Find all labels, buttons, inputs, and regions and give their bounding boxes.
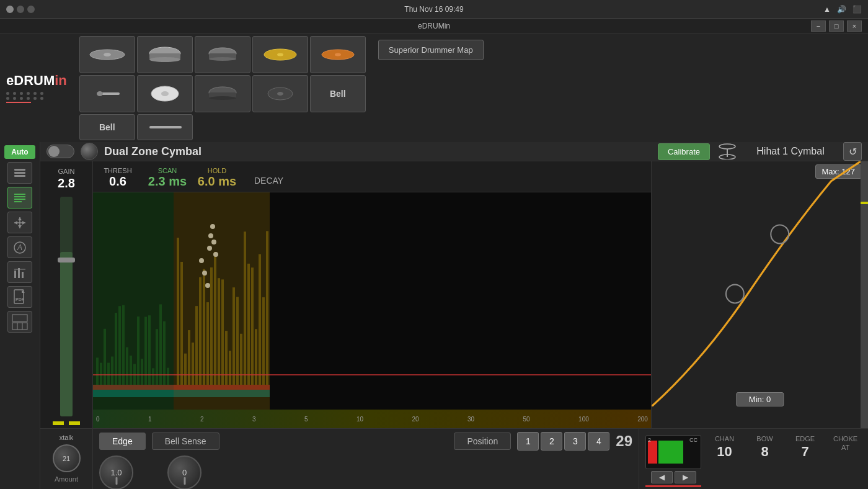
sidebar-eq-icon[interactable] <box>7 261 32 283</box>
tab-1[interactable]: 1 <box>517 432 539 451</box>
curve-min-label: Min: 0 <box>736 392 784 406</box>
min-traffic-light[interactable] <box>17 6 24 13</box>
center-panel: Dual Zone Cymbal Calibrate Hihat 1 Cymba… <box>40 142 868 489</box>
xtalk-knob[interactable]: 21 <box>53 444 81 472</box>
system-time: Thu Nov 16 09:49 <box>404 5 463 14</box>
logo-text: eDRUMin <box>6 73 67 89</box>
timeline-100: 100 <box>578 416 589 423</box>
superior-drummer-button[interactable]: Superior Drummer Map <box>378 40 484 60</box>
tab-3[interactable]: 3 <box>564 432 586 451</box>
instrument-pad-white[interactable] <box>137 75 193 112</box>
sidebar-move-icon[interactable] <box>7 212 32 233</box>
bell-sense-knob[interactable]: 0 <box>167 455 202 489</box>
instrument-bell1[interactable]: Bell <box>310 75 366 112</box>
tab-2[interactable]: 2 <box>541 432 562 451</box>
logo-dot <box>6 92 9 95</box>
timeline-1: 1 <box>148 416 152 423</box>
position-button[interactable]: Position <box>454 433 511 450</box>
amount-label: Amount <box>55 475 78 483</box>
instrument-bell2[interactable]: Bell <box>79 114 135 140</box>
svg-rect-26 <box>14 196 25 197</box>
logo-dot <box>40 97 43 100</box>
refresh-button[interactable]: ↺ <box>843 142 862 161</box>
svg-rect-44 <box>12 323 27 330</box>
sidebar-list-icon[interactable] <box>7 162 32 184</box>
zone-tabs-area: Edge Bell Sense Position 1 2 3 4 29 <box>93 429 639 489</box>
logo-e: e <box>6 73 14 88</box>
logo-dots <box>6 92 45 100</box>
decay-label: DECAY <box>254 176 283 186</box>
edge-tab[interactable]: Edge <box>99 433 146 450</box>
instrument-cymbal-top[interactable] <box>79 36 135 73</box>
svg-point-18 <box>209 96 236 100</box>
svg-rect-21 <box>149 126 182 128</box>
window-controls[interactable]: − □ × <box>811 20 862 32</box>
curve-side-marker <box>861 202 868 204</box>
zone-toggle[interactable] <box>46 145 74 158</box>
thresh-label: THRESH <box>104 167 131 174</box>
thresh-col: THRESH 0.6 <box>93 167 143 189</box>
timeline-200: 200 <box>637 416 648 423</box>
timeline-0: 0 <box>96 416 100 423</box>
edge-knob[interactable]: 1.0 <box>99 455 133 489</box>
gain-marker-left <box>53 421 64 425</box>
timeline-50: 50 <box>523 416 530 423</box>
hold-value: 6.0 ms <box>198 174 236 189</box>
svg-point-11 <box>335 53 341 56</box>
instrument-snare2[interactable] <box>195 36 250 73</box>
main-content: Auto <box>0 142 868 489</box>
max-traffic-light[interactable] <box>27 6 35 13</box>
instrument-hihat-gold[interactable] <box>252 36 308 73</box>
instrument-grid: Bell Bell <box>79 36 366 140</box>
svg-marker-34 <box>22 221 25 225</box>
xtalk-knob-container: 21 <box>53 444 81 472</box>
large-number-display: 29 <box>616 433 632 450</box>
svg-point-48 <box>719 144 735 149</box>
instrument-cymbal-orange[interactable] <box>310 36 366 73</box>
zone-name: Dual Zone Cymbal <box>104 145 652 158</box>
sidebar-a-icon[interactable]: A <box>7 236 32 258</box>
bell-sense-tab[interactable]: Bell Sense <box>152 433 219 450</box>
edge-ch-value: 7 <box>801 444 808 460</box>
svg-marker-31 <box>18 217 22 220</box>
logo-line <box>6 102 31 103</box>
close-traffic-light[interactable] <box>6 6 14 13</box>
instrument-stick[interactable] <box>137 114 193 140</box>
logo-drum: DRUM <box>14 73 55 88</box>
pos-bar-center <box>658 441 683 464</box>
timeline-3: 3 <box>252 416 256 423</box>
hihat-name: Hihat 1 Cymbal <box>744 146 837 157</box>
nav-right[interactable]: ▶ <box>675 471 696 483</box>
instrument-pad-dark[interactable] <box>252 75 308 112</box>
nav-left[interactable]: ◀ <box>651 471 673 483</box>
instrument-pad-black[interactable] <box>195 75 250 112</box>
close-button[interactable]: × <box>847 20 862 32</box>
calibrate-button[interactable]: Calibrate <box>658 143 710 160</box>
tab-4[interactable]: 4 <box>588 432 609 451</box>
hihat-icon <box>716 143 738 160</box>
sidebar-grid-icon[interactable] <box>7 311 32 333</box>
svg-point-52 <box>726 285 744 303</box>
volume-icon: 🔊 <box>837 5 846 14</box>
battery-icon: ⬛ <box>852 5 862 14</box>
gain-slider-thumb[interactable] <box>58 258 75 262</box>
sidebar-pdf-icon[interactable]: PDF <box>7 286 32 308</box>
hold-region <box>174 192 270 410</box>
svg-rect-28 <box>14 201 22 202</box>
sidebar-notes-icon[interactable] <box>7 187 32 209</box>
logo-dot <box>27 92 30 95</box>
instrument-rod[interactable] <box>79 75 135 112</box>
instrument-snare[interactable] <box>137 36 193 73</box>
bow-value: 8 <box>761 444 768 460</box>
timeline-5: 5 <box>304 416 308 423</box>
auto-button[interactable]: Auto <box>4 145 35 159</box>
bow-param: BOW 8 <box>748 435 782 460</box>
zone-ball <box>81 143 98 160</box>
bell2-label: Bell <box>99 122 115 132</box>
maximize-button[interactable]: □ <box>829 20 844 32</box>
svg-point-51 <box>771 225 789 243</box>
timeline-30: 30 <box>467 416 474 423</box>
svg-rect-22 <box>14 169 25 171</box>
gain-marker-right <box>69 421 80 425</box>
minimize-button[interactable]: − <box>811 20 826 32</box>
